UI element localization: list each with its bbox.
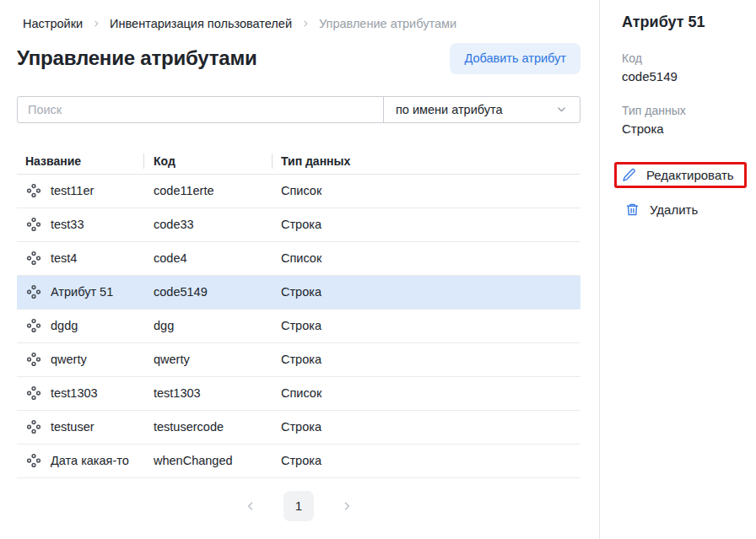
attribute-type: Список xyxy=(272,386,580,400)
attribute-name: dgdg xyxy=(51,319,78,332)
table-body: test11er code11erte Список test33 xyxy=(17,175,580,478)
attribute-cluster-icon xyxy=(26,419,41,434)
delete-button-label: Удалить xyxy=(650,202,698,217)
attribute-cluster-icon xyxy=(26,183,41,198)
column-header-code: Код xyxy=(143,154,272,168)
attribute-name: testuser xyxy=(51,420,94,434)
delete-button[interactable]: Удалить xyxy=(622,198,701,221)
cell-name: test4 xyxy=(17,251,143,266)
breadcrumb-item-user-inventory[interactable]: Инвентаризация пользователей xyxy=(110,17,292,30)
table-header-row: Название Код Тип данных xyxy=(17,149,580,175)
attribute-code: testusercode xyxy=(143,420,272,434)
page-title: Управление атрибутами xyxy=(17,46,257,70)
attribute-code: dgg xyxy=(143,319,272,332)
edit-button[interactable]: Редактировать xyxy=(622,168,734,182)
chevron-right-icon xyxy=(300,19,310,29)
attribute-type: Список xyxy=(272,184,580,197)
attribute-type: Строка xyxy=(272,285,580,299)
trash-icon xyxy=(625,202,640,217)
attribute-name: Дата какая-то xyxy=(51,454,129,467)
cell-name: Атрибут 51 xyxy=(17,284,143,299)
field-value-type: Строка xyxy=(622,121,749,136)
add-attribute-button[interactable]: Добавить атрибут xyxy=(450,43,580,74)
cell-name: testuser xyxy=(17,419,143,434)
column-header-type: Тип данных xyxy=(272,154,580,168)
edit-button-label: Редактировать xyxy=(646,168,734,182)
pagination: 1 xyxy=(17,491,580,521)
attribute-name: test1303 xyxy=(51,386,98,400)
attribute-type: Строка xyxy=(272,218,580,231)
field-label-type: Тип данных xyxy=(622,104,749,117)
attribute-type: Строка xyxy=(272,420,580,434)
attribute-code: code11erte xyxy=(143,184,272,197)
breadcrumb: Настройки Инвентаризация пользователей У… xyxy=(17,17,580,30)
details-panel: Атрибут 51 Код code5149 Тип данных Строк… xyxy=(599,0,756,539)
breadcrumb-item-attribute-management: Управление атрибутами xyxy=(319,17,456,30)
pencil-icon xyxy=(622,168,636,182)
details-panel-title: Атрибут 51 xyxy=(622,13,749,31)
attributes-table: Название Код Тип данных test11er xyxy=(17,149,580,478)
attribute-code: code4 xyxy=(143,251,272,265)
attribute-cluster-icon xyxy=(26,453,41,468)
panel-actions: Редактировать Удалить xyxy=(622,162,749,221)
attribute-code: code33 xyxy=(143,218,272,231)
annotation-highlight-box: Редактировать xyxy=(614,162,747,188)
breadcrumb-item-settings[interactable]: Настройки xyxy=(23,17,83,30)
cell-name: test33 xyxy=(17,217,143,232)
attribute-cluster-icon xyxy=(26,217,41,232)
page-header: Управление атрибутами Добавить атрибут xyxy=(17,43,580,74)
field-label-code: Код xyxy=(622,51,749,65)
chevron-right-icon[interactable] xyxy=(337,496,357,516)
table-row[interactable]: qwerty qwerty Строка xyxy=(17,343,580,377)
cell-name: test1303 xyxy=(17,385,143,401)
search-bar: по имени атрибута xyxy=(17,96,580,123)
attribute-cluster-icon xyxy=(26,284,41,299)
chevron-down-icon xyxy=(555,103,568,116)
column-header-name: Название xyxy=(17,154,143,168)
attribute-name: test4 xyxy=(51,251,77,265)
app-root: Настройки Инвентаризация пользователей У… xyxy=(0,0,756,539)
search-filter-dropdown[interactable]: по имени атрибута xyxy=(383,97,580,122)
field-value-code: code5149 xyxy=(622,69,749,84)
attribute-name: Атрибут 51 xyxy=(51,285,113,299)
cell-name: dgdg xyxy=(17,318,143,333)
cell-name: qwerty xyxy=(17,352,143,367)
chevron-left-icon[interactable] xyxy=(240,496,261,516)
cell-name: test11er xyxy=(17,183,143,198)
chevron-right-icon xyxy=(91,19,101,29)
attribute-code: whenChanged xyxy=(143,454,272,467)
attribute-code: qwerty xyxy=(143,353,272,366)
cell-name: Дата какая-то xyxy=(17,453,143,468)
attribute-type: Список xyxy=(272,251,580,265)
table-row[interactable]: testuser testusercode Строка xyxy=(17,411,580,445)
attribute-name: test33 xyxy=(51,218,84,231)
attribute-cluster-icon xyxy=(26,352,41,367)
search-input[interactable] xyxy=(18,97,383,122)
table-row[interactable]: Дата какая-то whenChanged Строка xyxy=(17,445,580,478)
table-row[interactable]: test4 code4 Список xyxy=(17,242,580,276)
table-row[interactable]: test1303 test1303 Список xyxy=(17,377,580,411)
attribute-cluster-icon xyxy=(26,251,41,266)
current-page-button[interactable]: 1 xyxy=(284,491,314,521)
attribute-type: Строка xyxy=(272,319,580,332)
table-row[interactable]: Атрибут 51 code5149 Строка xyxy=(17,276,580,310)
attribute-name: test11er xyxy=(51,184,94,197)
main-content: Настройки Инвентаризация пользователей У… xyxy=(0,0,599,539)
attribute-type: Строка xyxy=(272,454,580,467)
attribute-cluster-icon xyxy=(26,385,41,401)
attribute-code: test1303 xyxy=(143,386,272,400)
attribute-cluster-icon xyxy=(26,318,41,333)
table-row[interactable]: dgdg dgg Строка xyxy=(17,310,580,343)
table-row[interactable]: test33 code33 Строка xyxy=(17,208,580,242)
search-filter-value: по имени атрибута xyxy=(396,103,503,116)
attribute-code: code5149 xyxy=(143,285,272,299)
attribute-name: qwerty xyxy=(51,353,87,366)
attribute-type: Строка xyxy=(272,353,580,366)
table-row[interactable]: test11er code11erte Список xyxy=(17,175,580,208)
